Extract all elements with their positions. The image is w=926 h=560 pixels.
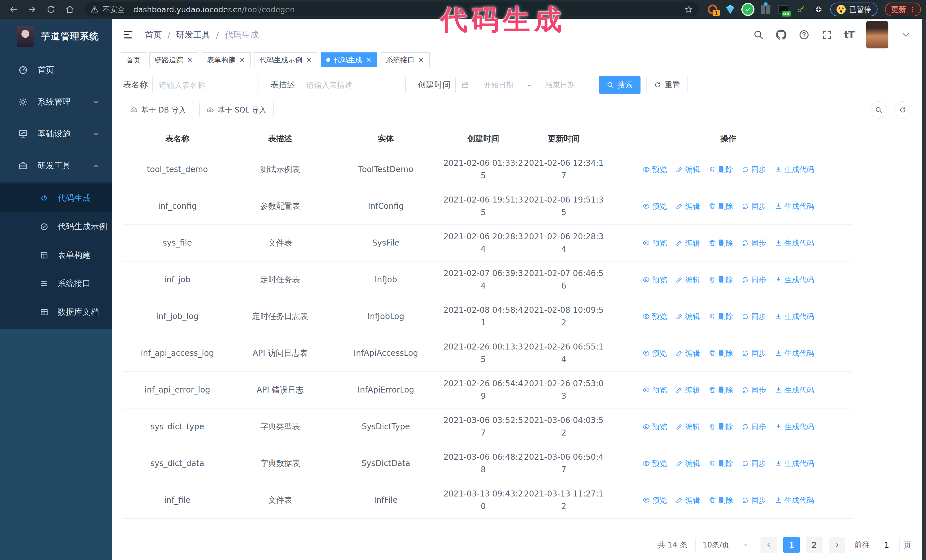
page-button-2[interactable]: 2 xyxy=(806,537,823,553)
action-编辑[interactable]: 编辑 xyxy=(676,420,700,433)
action-删除[interactable]: 删除 xyxy=(709,420,733,433)
sidebar-subitem-代码生成[interactable]: 代码生成 xyxy=(0,184,112,213)
next-page-button[interactable] xyxy=(829,537,845,553)
forward-button[interactable] xyxy=(27,4,38,15)
action-删除[interactable]: 删除 xyxy=(709,310,733,323)
action-删除[interactable]: 删除 xyxy=(709,457,733,470)
action-预览[interactable]: 预览 xyxy=(643,310,667,323)
app-logo[interactable]: 芋道管理系统 xyxy=(0,19,112,54)
browser-menu-dots-icon[interactable] xyxy=(909,6,916,13)
help-icon[interactable] xyxy=(799,29,809,40)
paused-profile-chip[interactable]: 已暂停 xyxy=(830,3,878,16)
page-size-select[interactable]: 10条/页 xyxy=(696,537,754,553)
page-button-1[interactable]: 1 xyxy=(783,537,800,553)
close-tab-icon[interactable] xyxy=(366,57,372,63)
sidebar-item-首页[interactable]: 首页 xyxy=(0,54,112,86)
tab-链路追踪[interactable]: 链路追踪 xyxy=(149,53,198,67)
extensions-puzzle-icon[interactable] xyxy=(813,4,824,15)
sidebar-subitem-代码生成示例[interactable]: 代码生成示例 xyxy=(0,213,112,241)
action-删除[interactable]: 删除 xyxy=(709,384,733,396)
import-sql-button[interactable]: 基于 SQL 导入 xyxy=(200,102,274,118)
action-同步[interactable]: 同步 xyxy=(741,310,766,323)
search-button[interactable]: 搜索 xyxy=(599,76,640,94)
action-编辑[interactable]: 编辑 xyxy=(676,494,700,506)
sidebar-subitem-表单构建[interactable]: 表单构建 xyxy=(0,241,112,269)
action-同步[interactable]: 同步 xyxy=(741,384,766,396)
action-预览[interactable]: 预览 xyxy=(643,200,667,213)
sidebar-item-系统管理[interactable]: 系统管理 xyxy=(0,86,112,118)
breadcrumb-item[interactable]: 研发工具 xyxy=(176,29,210,41)
action-同步[interactable]: 同步 xyxy=(741,494,766,506)
tab-首页[interactable]: 首页 xyxy=(121,53,146,67)
action-生成代码[interactable]: 生成代码 xyxy=(775,494,814,506)
action-同步[interactable]: 同步 xyxy=(741,163,766,176)
toggle-search-button[interactable] xyxy=(870,101,887,118)
action-预览[interactable]: 预览 xyxy=(643,457,667,470)
back-button[interactable] xyxy=(8,4,19,15)
tab-代码生成示例[interactable]: 代码生成示例 xyxy=(254,53,318,67)
action-编辑[interactable]: 编辑 xyxy=(676,237,700,249)
tab-系统接口[interactable]: 系统接口 xyxy=(381,53,430,67)
breadcrumb-item[interactable]: 首页 xyxy=(145,29,162,41)
action-生成代码[interactable]: 生成代码 xyxy=(775,347,814,359)
close-tab-icon[interactable] xyxy=(239,57,245,63)
tab-表单构建[interactable]: 表单构建 xyxy=(202,53,251,67)
action-删除[interactable]: 删除 xyxy=(709,200,733,213)
fullscreen-icon[interactable] xyxy=(822,29,832,40)
action-编辑[interactable]: 编辑 xyxy=(676,310,700,323)
import-db-button[interactable]: 基于 DB 导入 xyxy=(123,102,193,118)
reset-button[interactable]: 重置 xyxy=(646,76,688,94)
avatar[interactable] xyxy=(866,21,888,48)
action-同步[interactable]: 同步 xyxy=(741,237,766,249)
action-预览[interactable]: 预览 xyxy=(643,237,667,249)
columns-extension-icon[interactable] xyxy=(760,4,771,15)
action-编辑[interactable]: 编辑 xyxy=(676,457,700,470)
home-button[interactable] xyxy=(64,4,76,15)
action-预览[interactable]: 预览 xyxy=(643,273,667,286)
sidebar-subitem-数据库文档[interactable]: 数据库文档 xyxy=(0,298,112,326)
gem-extension-icon[interactable] xyxy=(725,4,736,15)
action-同步[interactable]: 同步 xyxy=(741,273,766,286)
close-tab-icon[interactable] xyxy=(306,57,312,63)
create-time-range-picker[interactable]: 开始日期 - 结束日期 xyxy=(455,76,590,94)
action-预览[interactable]: 预览 xyxy=(643,163,667,176)
ublock-extension-icon[interactable]: 1 xyxy=(707,4,718,15)
action-编辑[interactable]: 编辑 xyxy=(676,273,700,286)
action-生成代码[interactable]: 生成代码 xyxy=(775,200,814,213)
action-删除[interactable]: 删除 xyxy=(709,494,733,506)
action-预览[interactable]: 预览 xyxy=(643,420,667,433)
goto-page-input[interactable] xyxy=(874,537,899,553)
reload-button[interactable] xyxy=(45,4,57,15)
action-同步[interactable]: 同步 xyxy=(741,420,766,433)
dark-extension-icon[interactable]: on xyxy=(778,4,789,15)
github-icon[interactable] xyxy=(776,29,787,40)
table-name-input[interactable] xyxy=(153,76,259,94)
shield-extension-icon[interactable] xyxy=(743,4,754,15)
hamburger-icon[interactable] xyxy=(122,29,135,41)
table-desc-input[interactable] xyxy=(300,76,406,94)
sidebar-item-基础设施[interactable]: 基础设施 xyxy=(0,118,112,150)
search-icon[interactable] xyxy=(753,29,764,40)
close-tab-icon[interactable] xyxy=(187,57,193,63)
action-编辑[interactable]: 编辑 xyxy=(676,384,700,396)
action-删除[interactable]: 删除 xyxy=(709,347,733,359)
bookmark-star-icon[interactable] xyxy=(684,5,693,14)
action-生成代码[interactable]: 生成代码 xyxy=(775,273,814,286)
action-预览[interactable]: 预览 xyxy=(643,494,667,506)
action-生成代码[interactable]: 生成代码 xyxy=(775,310,814,323)
action-预览[interactable]: 预览 xyxy=(643,384,667,396)
action-生成代码[interactable]: 生成代码 xyxy=(775,384,814,396)
action-删除[interactable]: 删除 xyxy=(709,237,733,249)
action-同步[interactable]: 同步 xyxy=(741,347,766,359)
action-预览[interactable]: 预览 xyxy=(643,347,667,359)
action-删除[interactable]: 删除 xyxy=(709,163,733,176)
sidebar-subitem-系统接口[interactable]: 系统接口 xyxy=(0,269,112,298)
action-生成代码[interactable]: 生成代码 xyxy=(775,420,814,433)
close-tab-icon[interactable] xyxy=(418,57,424,63)
action-删除[interactable]: 删除 xyxy=(709,273,733,286)
browser-scrollbar[interactable] xyxy=(922,19,926,560)
action-编辑[interactable]: 编辑 xyxy=(676,200,700,213)
action-编辑[interactable]: 编辑 xyxy=(676,163,700,176)
browser-update-button[interactable]: 更新 xyxy=(885,3,921,16)
action-同步[interactable]: 同步 xyxy=(741,200,766,213)
